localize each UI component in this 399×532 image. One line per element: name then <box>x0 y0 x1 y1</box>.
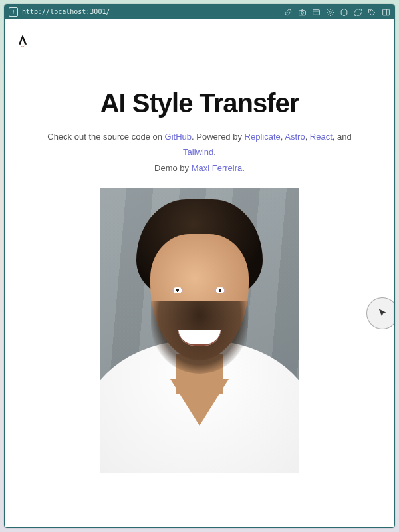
tag-icon[interactable] <box>368 8 376 17</box>
link-astro[interactable]: Astro <box>285 132 305 142</box>
page-title: AI Style Transfer <box>14 88 385 118</box>
page-subtitle: Check out the source code on GitHub. Pow… <box>47 129 352 176</box>
link-tailwind[interactable]: Tailwind <box>183 147 213 157</box>
link-react[interactable]: React <box>310 132 332 142</box>
link-icon[interactable] <box>284 8 293 17</box>
panel-icon[interactable] <box>382 8 390 17</box>
link-github[interactable]: GitHub <box>165 132 192 142</box>
app-window: i http://localhost:3001/ AI Style Transf… <box>4 4 395 528</box>
svg-rect-5 <box>383 9 390 15</box>
link-author[interactable]: Maxi Ferreira <box>192 163 243 173</box>
window-icon[interactable] <box>312 8 321 17</box>
cursor-icon <box>377 308 388 319</box>
hex-icon[interactable] <box>340 8 348 17</box>
link-replicate[interactable]: Replicate <box>245 132 281 142</box>
subtitle-text: Check out the source code on <box>47 132 164 142</box>
url-display[interactable]: http://localhost:3001/ <box>22 9 110 15</box>
svg-rect-2 <box>313 9 320 15</box>
camera-icon[interactable] <box>298 8 307 17</box>
titlebar-icon-group <box>284 8 390 17</box>
astro-logo[interactable] <box>17 34 29 49</box>
sync-icon[interactable] <box>354 8 362 17</box>
hero-image <box>100 188 299 473</box>
svg-point-3 <box>329 11 331 13</box>
floating-action-button[interactable] <box>366 297 395 329</box>
gear-icon[interactable] <box>326 8 334 17</box>
svg-point-4 <box>370 10 370 11</box>
svg-point-1 <box>301 11 304 14</box>
info-icon[interactable]: i <box>9 7 18 17</box>
svg-rect-0 <box>299 10 306 15</box>
page-viewport: AI Style Transfer Check out the source c… <box>5 19 394 527</box>
browser-titlebar: i http://localhost:3001/ <box>5 5 394 19</box>
